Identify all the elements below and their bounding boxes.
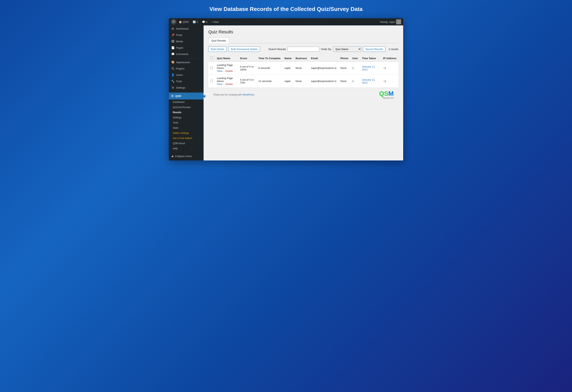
table-header: Quiz Name Score Time To Complete Name Bu…	[208, 55, 398, 62]
sidebar-item-qsm-settings[interactable]: Settings	[169, 115, 204, 120]
table-row: Landing Page Demo. View | Delete 3 out o…	[208, 75, 398, 88]
th-user: User	[350, 55, 360, 62]
sidebar-item-label: Comments	[176, 53, 189, 56]
wp-icon[interactable]: W	[171, 19, 176, 25]
wordpress-link[interactable]: WordPress	[242, 93, 254, 96]
search-label: Search Results	[269, 48, 286, 51]
qsm-sub-menu: Dashboard Quizzes/Surveys Results Settin…	[169, 99, 204, 151]
row-checkbox-cell	[208, 62, 215, 75]
th-name: Name	[283, 55, 294, 62]
sidebar-item-qsm-results[interactable]: Results	[169, 110, 204, 115]
row-checkbox-cell	[208, 75, 215, 88]
order-by-label: Order By	[321, 48, 331, 51]
collapse-menu-button[interactable]: ◀ Collapse menu	[169, 153, 204, 160]
dashboard-icon: ⊞	[171, 27, 174, 30]
home-icon: 🏠	[179, 20, 182, 23]
sidebar-item-appearance[interactable]: 🎨 Appearance	[169, 59, 204, 65]
sidebar-item-label: Pages	[176, 46, 183, 49]
th-email: Email	[309, 55, 338, 62]
cell-phone: None	[338, 75, 350, 88]
cell-time-taken: January 11, 2021	[360, 62, 381, 75]
qsm-version: Version 5.6	[383, 97, 394, 99]
qsm-menu-label: QSM	[175, 94, 181, 97]
comments-icon: 💬	[202, 20, 205, 23]
cell-name: sajan	[283, 62, 294, 75]
tab-nav: Quiz Results	[208, 38, 398, 43]
qsm-section: ☰ QSM	[169, 93, 204, 99]
sidebar-item-qsm-free-addon[interactable]: Get a Free Addon!	[169, 136, 204, 141]
date-link[interactable]: January 11, 2021	[362, 65, 376, 71]
sidebar-item-qsm-quizzes[interactable]: Quizzes/Surveys	[169, 105, 204, 110]
comments-sidebar-icon: 💬	[171, 52, 174, 56]
cell-name: sajan	[283, 75, 294, 88]
select-all-checkbox[interactable]	[210, 57, 213, 59]
search-input[interactable]	[287, 47, 319, 52]
settings-icon: ⚙	[171, 86, 174, 89]
row-checkbox-0[interactable]	[210, 66, 213, 69]
sidebar-item-tools[interactable]: 🔧 Tools	[169, 78, 204, 84]
sidebar-divider-2	[169, 92, 204, 92]
sidebar-item-label: Users	[176, 74, 183, 77]
delete-link[interactable]: Delete	[225, 69, 233, 73]
qsm-logo-text: QSM	[379, 90, 394, 97]
sidebar-item-qsm-dashboard[interactable]: Dashboard	[169, 99, 204, 105]
qsm-logo: QSM Version 5.6	[379, 90, 394, 99]
view-link[interactable]: View	[217, 83, 222, 86]
date-link[interactable]: January 11, 2021	[362, 78, 376, 84]
sidebar-item-qsm-stats[interactable]: Stats	[169, 125, 204, 130]
sidebar-item-qsm-help[interactable]: Help	[169, 146, 204, 151]
th-ip-address: IP Address	[381, 55, 398, 62]
tab-quiz-results[interactable]: Quiz Results	[208, 38, 229, 43]
users-icon: 👤	[171, 73, 174, 77]
qsm-s: S	[384, 90, 388, 97]
order-by-select[interactable]: Quiz Name Score Time To Complete Name Em…	[333, 47, 361, 52]
sidebar-item-plugins[interactable]: 🔌 Plugins	[169, 65, 204, 72]
cell-score: 4 out of 4 or 100%	[238, 62, 256, 75]
delete-link[interactable]: Delete	[225, 83, 233, 86]
footer-thank-you: Thank you for creating with WordPress.	[213, 93, 255, 96]
row-checkbox-1[interactable]	[210, 80, 213, 82]
sidebar-item-media[interactable]: 🖼 Media	[169, 38, 204, 45]
th-score: Score	[238, 55, 256, 62]
new-bar-item[interactable]: + New	[210, 18, 220, 25]
search-results-button[interactable]: Search Results	[363, 47, 385, 52]
sidebar-item-dashboard[interactable]: ⊞ Dashboard	[169, 25, 204, 32]
th-time-to-complete: Time To Complete	[256, 55, 282, 62]
sidebar-item-settings[interactable]: ⚙ Settings	[169, 84, 204, 91]
qsm-menu-icon: ☰	[171, 94, 174, 97]
cell-time-to-complete: 8 seconds	[256, 62, 282, 75]
sidebar-item-comments[interactable]: 💬 Comments	[169, 51, 204, 57]
th-phone: Phone	[338, 55, 350, 62]
quiz-name-text: Landing Page Demo.	[217, 63, 233, 69]
sidebar-item-posts[interactable]: 📌 Posts	[169, 32, 204, 38]
qsm-m: M	[388, 90, 394, 97]
sidebar-item-qsm-tools[interactable]: Tools	[169, 120, 204, 125]
sidebar-item-label: Posts	[176, 33, 183, 36]
bulk-delete-button[interactable]: Bulk Delete	[208, 47, 227, 52]
cell-quiz-name: Landing Page Demo. View | Delete	[215, 75, 238, 88]
avatar[interactable]	[396, 19, 401, 24]
toolbar: Bulk Delete Bulk Permanent Delete Search…	[208, 47, 398, 52]
search-area: Search Results Order By Quiz Name Score …	[269, 47, 398, 52]
site-name-bar-item[interactable]: 🏠 QSM	[177, 18, 190, 25]
th-time-taken: Time Taken	[360, 55, 381, 62]
sidebar-item-label: Appearance	[176, 61, 190, 64]
footer-thank-you-text: Thank you for creating with	[213, 93, 242, 96]
cell-ip-address: ::1	[381, 75, 398, 88]
bulk-permanent-delete-button[interactable]: Bulk Permanent Delete	[228, 47, 260, 52]
sidebar-item-pages[interactable]: 📄 Pages	[169, 45, 204, 51]
view-link[interactable]: View	[217, 69, 222, 73]
qsm-menu-header[interactable]: ☰ QSM	[169, 93, 204, 99]
updates-bar-item[interactable]: 🔄 2	[191, 18, 200, 25]
sidebar-item-users[interactable]: 👤 Users	[169, 72, 204, 78]
cell-business: None	[294, 75, 309, 88]
tools-icon: 🔧	[171, 80, 174, 83]
sidebar-item-label: Dashboard	[176, 27, 189, 30]
pages-icon: 📄	[171, 46, 174, 49]
cell-business: None	[294, 62, 309, 75]
sidebar-item-qsm-addon-settings[interactable]: Addon Settings	[169, 130, 204, 136]
sidebar-item-qsm-about[interactable]: QSM About	[169, 141, 204, 146]
th-checkbox	[208, 55, 215, 62]
cell-phone: None	[338, 62, 350, 75]
comments-bar-item[interactable]: 💬 0	[200, 18, 209, 25]
